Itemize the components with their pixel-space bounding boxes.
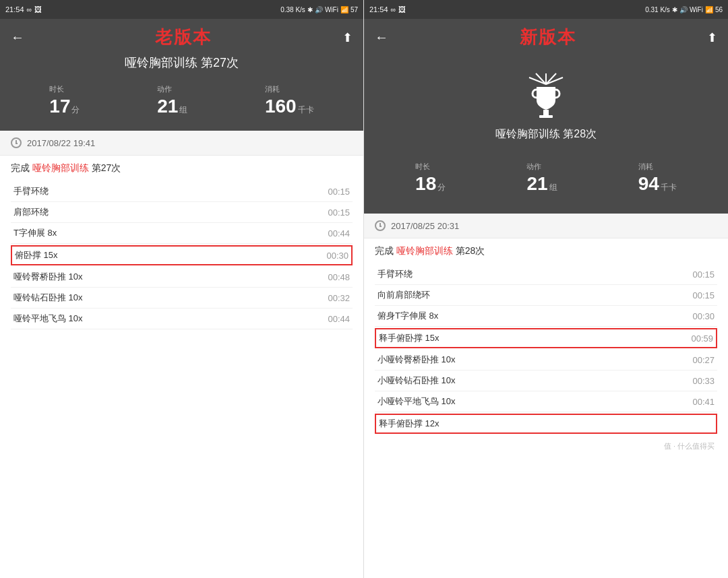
right-status-bar: 21:54 ∞ 🖼 0.31 K/s ✱ 🔊 WiFi 📶 56: [364, 0, 728, 19]
left-network-speed: 0.38 K/s: [280, 6, 305, 13]
left-stat-calories-label: 消耗: [265, 84, 280, 94]
right-exercise-name-7: 释手俯卧撑 12x: [379, 418, 439, 430]
left-exercise-time-3: 00:30: [326, 251, 348, 261]
left-exercise-time-1: 00:15: [328, 207, 350, 218]
right-exercise-time-4: 00:27: [692, 355, 715, 365]
right-completion-title: 完成 哑铃胸部训练 第28次: [375, 245, 717, 257]
right-stat-duration-value: 18: [415, 173, 436, 195]
right-stat-duration-label: 时长: [415, 162, 430, 172]
left-share-button[interactable]: ⬆: [342, 30, 353, 45]
right-exercise-list: 完成 哑铃胸部训练 第28次 手臂环绕 00:15 向前肩部绕环 00:15 俯…: [364, 238, 728, 578]
left-stat-duration-label: 时长: [49, 84, 64, 94]
right-exercise-5: 小哑铃钻石卧推 10x 00:33: [375, 371, 717, 391]
left-stat-calories: 消耗 160 千卡: [265, 84, 314, 117]
left-time: 21:54: [5, 5, 24, 13]
right-stat-calories-unit: 千卡: [661, 182, 677, 193]
left-exercise-0: 手臂环绕 00:15: [11, 181, 353, 202]
left-exercise-time-6: 00:44: [328, 314, 350, 324]
right-completion-link: 哑铃胸部训练: [396, 245, 453, 256]
right-workout-title: 哑铃胸部训练 第28次: [495, 127, 597, 141]
right-time: 21:54: [369, 5, 388, 13]
left-stat-calories-value: 160: [265, 96, 297, 117]
left-exercise-list: 完成 哑铃胸部训练 第27次 手臂环绕 00:15 肩部环绕 00:15 T字伸…: [0, 156, 363, 578]
right-stat-actions-label: 动作: [526, 162, 541, 172]
right-network-speed: 0.31 K/s: [645, 6, 670, 13]
right-exercise-time-2: 00:30: [692, 311, 715, 321]
right-exercise-name-5: 小哑铃钻石卧推 10x: [377, 375, 456, 387]
right-exercise-0: 手臂环绕 00:15: [375, 264, 717, 285]
left-timestamp: 2017/08/22 19:41: [27, 138, 95, 148]
left-exercise-2: T字伸展 8x 00:44: [11, 223, 353, 244]
left-workout-stats: 时长 17 分 动作 21 组 消耗 160 千卡: [11, 84, 353, 117]
left-exercise-name-0: 手臂环绕: [13, 185, 49, 197]
left-exercise-name-2: T字伸展 8x: [13, 227, 57, 239]
right-exercise-name-4: 小哑铃臀桥卧推 10x: [377, 354, 456, 366]
watermark-text: 值 · 什么值得买: [664, 442, 715, 450]
right-workout-stats: 时长 18 分 动作 21 组 消耗 94 千卡: [364, 155, 728, 205]
left-exercise-name-4: 哑铃臀桥卧推 10x: [13, 271, 83, 283]
right-stat-actions-value: 21: [526, 173, 547, 195]
right-exercise-name-6: 小哑铃平地飞鸟 10x: [377, 395, 456, 408]
watermark-area: 值 · 什么值得买: [375, 439, 717, 451]
left-completion-title: 完成 哑铃胸部训练 第27次: [11, 162, 353, 174]
right-exercise-3: 释手俯卧撑 15x 00:59: [375, 328, 717, 348]
left-header-title: 老版本: [155, 26, 212, 49]
left-stat-duration: 时长 17 分: [49, 84, 80, 117]
right-exercise-time-3: 00:59: [691, 333, 713, 344]
left-signal-icon: 📶: [340, 6, 348, 13]
right-bluetooth-icon: ✱: [672, 6, 677, 13]
right-wifi-icon: WiFi: [690, 6, 703, 13]
left-timestamp-row: 2017/08/22 19:41: [0, 131, 363, 156]
left-status-bar: 21:54 ∞ 🖼 0.38 K/s ✱ 🔊 WiFi 📶 57: [0, 0, 363, 19]
trophy-icon: [527, 83, 565, 121]
left-battery: 57: [351, 6, 358, 13]
left-app-header: ← 老版本 ⬆: [0, 19, 363, 55]
left-exercise-name-5: 哑铃钻石卧推 10x: [13, 292, 83, 304]
left-workout-header: 哑铃胸部训练 第27次 时长 17 分 动作 21 组 消耗 160: [0, 55, 363, 131]
right-infinity-icon: ∞: [391, 5, 396, 13]
right-completion-suffix: 第28次: [453, 245, 485, 256]
left-exercise-time-5: 00:32: [328, 293, 350, 303]
left-stat-calories-unit: 千卡: [298, 104, 314, 116]
left-clock-icon: [11, 137, 22, 148]
left-wifi-icon: WiFi: [325, 6, 338, 13]
svg-rect-5: [543, 110, 549, 115]
left-stat-actions-value: 21: [157, 96, 178, 117]
right-exercise-name-3: 释手俯卧撑 15x: [379, 332, 439, 344]
right-stat-duration-unit: 分: [437, 182, 446, 193]
right-share-button[interactable]: ⬆: [707, 30, 717, 45]
right-exercise-time-0: 00:15: [692, 269, 715, 280]
right-clock-icon: [375, 220, 386, 231]
right-exercise-6: 小哑铃平地飞鸟 10x 00:41: [375, 391, 717, 412]
left-completion-link: 哑铃胸部训练: [32, 162, 89, 173]
left-stat-actions-unit: 组: [179, 104, 187, 116]
right-app-header: ← 新版本 ⬆: [364, 19, 728, 55]
left-gallery-icon: 🖼: [34, 5, 42, 13]
right-exercise-2: 俯身T字伸展 8x 00:30: [375, 306, 717, 327]
left-exercise-time-0: 00:15: [328, 187, 350, 197]
right-back-button[interactable]: ←: [375, 30, 388, 45]
left-exercise-3: 俯卧撑 15x 00:30: [11, 245, 353, 265]
trophy-container: [522, 65, 570, 125]
right-exercise-name-2: 俯身T字伸展 8x: [377, 310, 438, 322]
left-exercise-name-1: 肩部环绕: [13, 206, 49, 218]
left-bluetooth-icon: ✱: [307, 6, 313, 13]
left-back-button[interactable]: ←: [11, 30, 24, 45]
left-stat-duration-unit: 分: [71, 104, 80, 116]
right-exercise-4: 小哑铃臀桥卧推 10x 00:27: [375, 350, 717, 371]
right-exercise-name-0: 手臂环绕: [377, 268, 413, 280]
right-exercise-time-1: 00:15: [692, 290, 715, 300]
right-gallery-icon: 🖼: [398, 5, 406, 13]
left-exercise-time-4: 00:48: [328, 272, 350, 282]
right-stat-calories-label: 消耗: [638, 162, 653, 172]
left-exercise-5: 哑铃钻石卧推 10x 00:32: [11, 288, 353, 309]
left-workout-title: 哑铃胸部训练 第27次: [11, 55, 353, 71]
right-exercise-time-5: 00:33: [692, 376, 715, 386]
right-exercise-name-1: 向前肩部绕环: [377, 289, 430, 301]
left-panel: 21:54 ∞ 🖼 0.38 K/s ✱ 🔊 WiFi 📶 57 ← 老版本 ⬆…: [0, 0, 364, 578]
left-volume-icon: 🔊: [315, 6, 323, 13]
right-exercise-7: 释手俯卧撑 12x: [375, 414, 717, 434]
right-stat-calories-value: 94: [638, 173, 659, 195]
right-signal-icon: 📶: [705, 6, 713, 13]
left-exercise-time-2: 00:44: [328, 228, 350, 238]
